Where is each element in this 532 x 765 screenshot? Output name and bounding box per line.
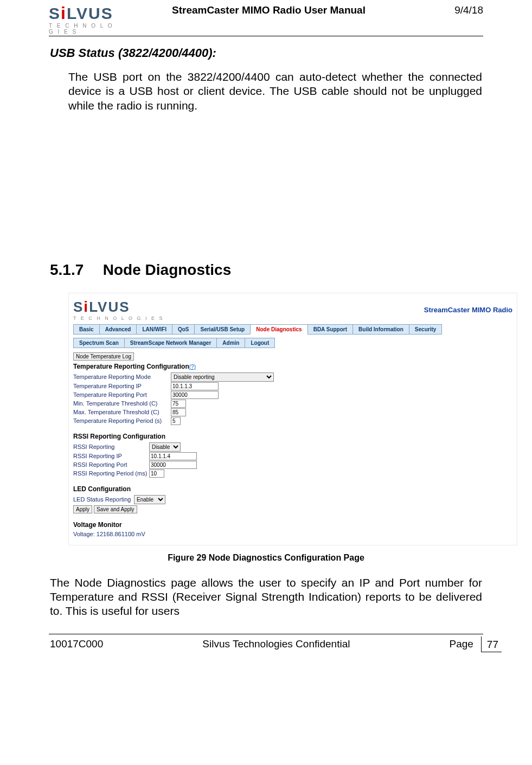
led-status-label: LED Status Reporting: [73, 496, 134, 503]
tab-logout[interactable]: Logout: [245, 338, 275, 348]
rssi-port-label: RSSI Reporting Port: [73, 461, 149, 468]
help-link[interactable]: (?): [189, 364, 196, 370]
tab-serial-usb-setup[interactable]: Serial/USB Setup: [194, 324, 251, 335]
temp-ip-label: Temperature Reporting IP: [73, 383, 171, 389]
tab-bda-support[interactable]: BDA Support: [307, 324, 353, 335]
logo-subtext: T E C H N O L O G I E S: [49, 23, 119, 35]
usb-status-heading: USB Status (3822/4200/4400):: [50, 46, 482, 60]
temp-port-input[interactable]: [171, 391, 219, 399]
tabs-row-2: Spectrum ScanStreamScape Network Manager…: [73, 338, 517, 348]
tab-lan-wifi[interactable]: LAN/WIFI: [136, 324, 172, 335]
figure-silvus-logo: SiLVUS T E C H N O L O G I E S: [73, 299, 164, 321]
tab-basic[interactable]: Basic: [73, 324, 100, 335]
temp-min-label: Min. Temperature Threshold (C): [73, 400, 171, 407]
paragraph-after-figure: The Node Diagnostics page allows the use…: [50, 576, 482, 619]
tab-node-diagnostics[interactable]: Node Diagnostics: [250, 324, 307, 335]
save-and-apply-button[interactable]: Save and Apply: [94, 505, 137, 513]
silvus-logo: SiLVUS T E C H N O L O G I E S: [49, 4, 119, 35]
temp-min-input[interactable]: [171, 400, 186, 408]
tab-security[interactable]: Security: [409, 324, 442, 335]
temp-period-input[interactable]: [171, 417, 181, 425]
footer-doc-id: 10017C000: [50, 638, 103, 650]
footer-confidential: Silvus Technologies Confidential: [103, 638, 449, 650]
tab-qos[interactable]: QoS: [172, 324, 195, 335]
temp-mode-select[interactable]: Disable reporting: [171, 372, 274, 382]
voltage-value: Voltage: 12168.861100 mV: [73, 531, 512, 537]
rssi-period-label: RSSI Reporting Period (ms): [73, 470, 149, 477]
figure-caption: Figure 29 Node Diagnostics Configuration…: [50, 553, 482, 563]
temp-max-input[interactable]: [171, 408, 186, 416]
section-number: 5.1.7: [50, 261, 99, 279]
rssi-reporting-label: RSSI Reporting: [73, 443, 149, 450]
rssi-port-input[interactable]: [149, 461, 197, 469]
usb-status-paragraph: The USB port on the 3822/4200/4400 can a…: [68, 70, 482, 113]
rssi-section-heading: RSSI Reporting Configuration: [73, 433, 512, 440]
voltage-section-heading: Voltage Monitor: [73, 521, 512, 529]
section-title-text: Node Diagnostics: [103, 261, 231, 278]
tab-build-information[interactable]: Build Information: [352, 324, 409, 335]
tab-advanced[interactable]: Advanced: [99, 324, 137, 335]
tab-streamscape-network-manager[interactable]: StreamScape Network Manager: [124, 338, 217, 348]
temp-max-label: Max. Temperature Threshold (C): [73, 409, 171, 415]
footer-page-label: Page: [449, 638, 473, 650]
footer-page-number: 77: [481, 637, 502, 652]
node-temperature-log-button[interactable]: Node Temperature Log: [73, 352, 134, 361]
led-status-select[interactable]: Enable: [134, 495, 165, 504]
temp-ip-input[interactable]: [171, 382, 219, 390]
figure-subtitle: StreamCaster MIMO Radio: [424, 306, 512, 314]
rssi-period-input[interactable]: [149, 470, 164, 478]
temp-mode-label: Temperature Reporting Mode: [73, 374, 171, 380]
figure-node-diagnostics: SiLVUS T E C H N O L O G I E S StreamCas…: [68, 293, 517, 545]
section-heading: 5.1.7 Node Diagnostics: [50, 261, 482, 279]
rssi-ip-input[interactable]: [149, 452, 197, 460]
rssi-ip-label: RSSI Reporting IP: [73, 453, 149, 459]
doc-title: StreamCaster MIMO Radio User Manual: [119, 4, 418, 16]
rssi-reporting-select[interactable]: Disable: [149, 442, 181, 452]
temp-port-label: Temperature Reporting Port: [73, 391, 171, 398]
temperature-section-heading: Temperature Reporting Configuration(?): [73, 363, 512, 370]
led-section-heading: LED Configuration: [73, 485, 512, 493]
doc-date: 9/4/18: [418, 4, 483, 16]
tabs-row-1: BasicAdvancedLAN/WIFIQoSSerial/USB Setup…: [73, 324, 517, 335]
apply-button[interactable]: Apply: [73, 505, 92, 513]
tab-spectrum-scan[interactable]: Spectrum Scan: [73, 338, 125, 348]
temp-period-label: Temperature Reporting Period (s): [73, 417, 171, 424]
tab-admin[interactable]: Admin: [216, 338, 245, 348]
